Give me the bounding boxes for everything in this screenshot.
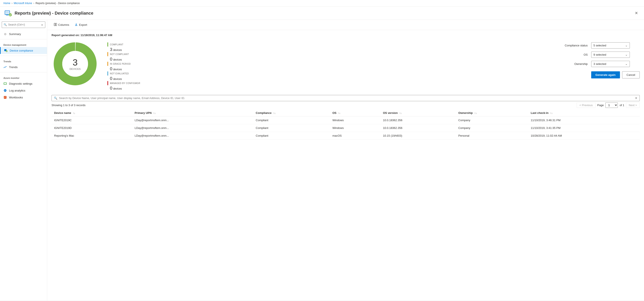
cell-upn-2: LDay@reportmsftem.onm... [132,132,253,140]
export-button[interactable]: Export [72,22,90,28]
svg-rect-11 [4,91,5,91]
legend-count-managed-by-configmgr: 0 [110,86,112,91]
cell-ownership-1: Company [456,124,528,132]
sidebar-item-label-device-compliance: Device compliance [10,49,33,52]
os-label: OS [560,53,588,56]
sidebar-item-diagnostic-settings[interactable]: Diagnostic settings [0,80,47,87]
os-filter-row: OS 9 selected [560,52,640,58]
legend-item-not-compliant: NOT COMPLIANT 0 devices [107,52,150,62]
search-input[interactable] [8,23,39,26]
donut-total: 3 [70,57,81,68]
generate-again-button[interactable]: Generate again [591,71,620,78]
svg-rect-13 [4,97,6,97]
app-container: Reports (preview) - Device compliance ✕ … [0,7,644,300]
col-primary-upn[interactable]: Primary UPN ↑↓ [132,110,253,116]
svg-rect-8 [4,83,6,84]
col-last-checkin[interactable]: Last check-in ↑↓ [528,110,640,116]
export-label: Export [79,23,87,27]
report-generated-label: Report generated on: 11/18/2019, 11:06:4… [52,34,640,37]
legend-status-compliant: COMPLIANT [110,43,124,46]
col-device-name[interactable]: Device name ↑↓ [52,110,132,116]
ownership-filter-row: Ownership 3 selected [560,61,640,67]
sidebar-item-summary[interactable]: ⊙ Summary [0,31,47,37]
diagnostic-settings-icon [4,82,7,85]
page-select[interactable]: 1 [605,103,618,108]
of-label: of 1 [620,104,624,107]
next-button[interactable]: Next > [626,103,640,108]
close-button[interactable]: ✕ [633,10,640,16]
svg-rect-15 [54,23,55,26]
legend-item-in-grace-period: IN GRACE PERIOD 0 devices [107,62,150,71]
sidebar-item-label-summary: Summary [9,33,21,36]
table-body: IGNITE2019C LDay@reportmsftem.onm... Com… [52,116,640,140]
cell-upn-0: LDay@reportmsftem.onm... [132,116,253,124]
sidebar-collapse-button[interactable]: « [41,23,43,27]
col-ownership[interactable]: Ownership ↑↓ [456,110,528,116]
legend-devices-compliant: devices [113,49,122,52]
sidebar-divider-1 [0,39,47,39]
cell-os-2: macOS [330,132,380,140]
sidebar-item-log-analytics[interactable]: Log analytics [0,87,47,94]
cell-compliance-0: Compliant [253,116,330,124]
cell-device-name-0: IGNITE2019C [52,116,132,124]
col-last-checkin-label: Last check-in [531,111,548,115]
col-compliance[interactable]: Compliance ↑↓ [253,110,330,116]
filters-section: Compliance status 5 selected OS [560,40,640,78]
cell-last-checkin-1: 11/10/2019, 3:41:35 PM [528,124,640,132]
sidebar-divider-2 [0,56,47,56]
sidebar-item-workbooks[interactable]: Workbooks [0,94,47,101]
cell-os-version-1: 10.0.18362.356 [380,124,456,132]
breadcrumb-home[interactable]: Home [4,2,10,5]
sort-icon-device-name: ↑↓ [73,112,75,114]
legend-count-not-compliant: 0 [110,57,112,62]
showing-label: Showing 1 to 3 of 3 records [52,104,86,107]
col-os-version[interactable]: OS version ↑↓ [380,110,456,116]
legend-section: COMPLIANT 3 devices NOT COMPLIANT 0 devi… [107,40,150,91]
log-analytics-icon [4,89,7,92]
page-header: Reports (preview) - Device compliance ✕ [0,7,644,20]
sidebar-section-azure-monitor: Azure monitor [0,74,47,80]
cell-compliance-1: Compliant [253,124,330,132]
cell-ownership-2: Personal [456,132,528,140]
svg-point-6 [6,50,8,52]
table-search-input[interactable] [59,97,633,100]
sidebar-item-label-diagnostic: Diagnostic settings [9,82,32,85]
legend-status-not-evaluated: NOT EVALUATED [110,72,129,75]
action-buttons: Generate again Cancel [560,71,640,78]
export-icon [75,23,78,27]
previous-button[interactable]: < Previous [576,103,596,108]
table-row[interactable]: IGNITE2019D LDay@reportmsftem.onm... Com… [52,124,640,132]
cancel-button[interactable]: Cancel [622,71,640,78]
svg-rect-3 [6,15,8,15]
col-os[interactable]: OS ↑↓ [330,110,380,116]
compliance-status-select[interactable]: 5 selected [591,42,630,49]
svg-point-4 [9,13,12,16]
legend-bar-not-compliant [107,52,108,56]
sidebar-search-wrapper: 🔍 « [2,22,45,28]
main-panel: Columns Export Report generated on: 11/1… [47,20,644,300]
data-table: Device name ↑↓ Primary UPN ↑↓ Compliance… [52,110,640,140]
ownership-select[interactable]: 3 selected [591,61,630,67]
svg-rect-14 [4,97,6,98]
legend-status-managed-by-configmgr: MANAGED BY CONFIGMGR [110,82,140,84]
os-select-wrapper: 9 selected [591,52,630,58]
donut-chart: 3 DEVICES [52,40,99,87]
svg-point-9 [4,89,6,92]
pagination: < Previous Page 1 of 1 Next > [576,103,640,108]
breadcrumb-intune[interactable]: Microsoft Intune [14,2,32,5]
table-row[interactable]: Reporting's Mac LDay@reportmsftem.onm...… [52,132,640,140]
sort-icon-last-checkin: ↑↓ [550,112,552,114]
ownership-label: Ownership [560,62,588,66]
col-device-name-label: Device name [54,111,71,115]
table-row[interactable]: IGNITE2019C LDay@reportmsftem.onm... Com… [52,116,640,124]
table-header-row: Device name ↑↓ Primary UPN ↑↓ Compliance… [52,110,640,116]
columns-button[interactable]: Columns [52,22,72,28]
sidebar-item-trends[interactable]: Trends [0,64,47,71]
table-search-clear[interactable]: ✕ [635,97,637,100]
cell-device-name-2: Reporting's Mac [52,132,132,140]
os-select[interactable]: 9 selected [591,52,630,58]
legend-status-not-compliant: NOT COMPLIANT [110,53,129,56]
compliance-status-select-wrapper: 5 selected [591,42,630,49]
legend-count-in-grace-period: 0 [110,66,112,71]
sidebar-item-device-compliance[interactable]: Device compliance [0,47,47,54]
